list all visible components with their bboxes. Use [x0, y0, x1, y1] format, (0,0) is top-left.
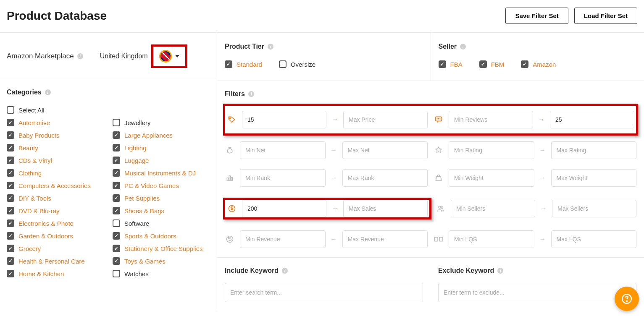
min-sellers-input[interactable]	[451, 200, 535, 217]
max-price-input[interactable]	[343, 111, 428, 128]
checkbox-label: Watches	[124, 270, 149, 277]
category-checkbox[interactable]: Software	[113, 217, 210, 230]
checkbox-label: Luggage	[124, 157, 149, 164]
min-sales-input[interactable]	[242, 200, 326, 217]
save-filter-set-button[interactable]: Save Filter Set	[505, 8, 568, 24]
checkbox-icon	[7, 182, 14, 189]
checkbox-icon	[7, 219, 14, 227]
category-checkbox[interactable]: Automotive	[7, 116, 104, 129]
category-checkbox[interactable]: Home & Kitchen	[7, 267, 104, 280]
svg-point-10	[441, 206, 443, 208]
category-checkbox[interactable]: Oversize	[279, 58, 315, 71]
category-checkbox[interactable]: DIY & Tools	[7, 192, 104, 204]
checkbox-icon	[439, 60, 446, 68]
exclude-keyword-input[interactable]	[438, 283, 636, 302]
category-checkbox[interactable]: DVD & Blu-ray	[7, 204, 104, 217]
select-all-label: Select All	[18, 107, 45, 114]
min-price-input[interactable]	[242, 111, 326, 128]
money-bag-icon	[225, 146, 235, 154]
arrow-right-icon: →	[539, 174, 546, 182]
highlight-sales: →	[223, 198, 431, 219]
category-checkbox[interactable]: Grocery	[7, 242, 104, 255]
min-reviews-input[interactable]	[449, 111, 533, 128]
category-checkbox[interactable]: Sports & Outdoors	[113, 230, 210, 242]
categories-section: Categories i Select All AutomotiveBaby P…	[0, 80, 217, 292]
min-rating-input[interactable]	[449, 141, 534, 159]
max-sellers-input[interactable]	[552, 200, 636, 217]
min-lqs-input[interactable]	[449, 230, 534, 248]
filters-title: Filters i	[225, 90, 254, 98]
help-fab-button[interactable]	[615, 287, 639, 311]
max-net-input[interactable]	[342, 141, 428, 159]
min-weight-input[interactable]	[449, 169, 534, 187]
max-weight-input[interactable]	[551, 169, 637, 187]
category-checkbox[interactable]: Large Appliances	[113, 129, 210, 141]
checkbox-label: Musical Instruments & DJ	[124, 170, 196, 177]
checkbox-icon	[7, 245, 14, 252]
include-keyword-title: Include Keyword i	[225, 267, 288, 274]
arrow-right-icon: →	[538, 116, 545, 123]
category-checkbox[interactable]: Amazon	[521, 58, 556, 71]
category-checkbox[interactable]: Luggage	[113, 154, 210, 167]
min-rank-input[interactable]	[240, 169, 326, 187]
category-checkbox[interactable]: CDs & Vinyl	[7, 154, 104, 167]
category-checkbox[interactable]: Computers & Accessories	[7, 179, 104, 192]
max-sales-input[interactable]	[343, 200, 428, 217]
category-checkbox[interactable]: Lighting	[113, 141, 210, 154]
category-checkbox[interactable]: Standard	[225, 58, 262, 71]
checkbox-icon	[7, 169, 14, 177]
category-checkbox[interactable]: FBA	[439, 58, 463, 71]
max-lqs-input[interactable]	[551, 230, 637, 248]
max-revenue-input[interactable]	[342, 230, 428, 248]
category-checkbox[interactable]: Clothing	[7, 167, 104, 179]
checkbox-label: Electronics & Photo	[18, 220, 74, 227]
max-reviews-input[interactable]	[550, 111, 634, 128]
marketplace-country-select[interactable]: United Kingdom	[100, 44, 187, 68]
category-checkbox[interactable]: Baby Products	[7, 129, 104, 141]
checkbox-icon	[113, 157, 120, 164]
checkbox-icon	[113, 119, 120, 126]
revenue-icon	[225, 235, 235, 243]
category-checkbox[interactable]: Beauty	[7, 141, 104, 154]
max-rank-input[interactable]	[342, 169, 428, 187]
category-checkbox[interactable]: Watches	[113, 267, 210, 280]
categories-col1: AutomotiveBaby ProductsBeautyCDs & Vinyl…	[7, 116, 104, 280]
info-icon: i	[77, 53, 83, 59]
category-checkbox[interactable]: Electronics & Photo	[7, 217, 104, 230]
checkbox-icon	[113, 245, 120, 252]
info-icon: i	[248, 91, 254, 97]
include-keyword-input[interactable]	[225, 283, 423, 302]
marketplace-label-text: Amazon Marketplace	[7, 52, 74, 60]
checkbox-label: Standard	[237, 61, 262, 68]
checkbox-icon	[7, 131, 14, 139]
svg-rect-13	[439, 237, 443, 241]
category-checkbox[interactable]: Stationery & Office Supplies	[113, 242, 210, 255]
seller-section: Seller i FBAFBMAmazon	[431, 33, 644, 81]
category-checkbox[interactable]: Toys & Games	[113, 255, 210, 267]
arrow-right-icon: →	[539, 146, 546, 154]
arrow-right-icon: →	[540, 205, 547, 212]
category-checkbox[interactable]: PC & Video Games	[113, 179, 210, 192]
category-checkbox[interactable]: FBM	[479, 58, 505, 71]
load-filter-set-button[interactable]: Load Filter Set	[574, 8, 637, 24]
checkbox-icon	[113, 207, 120, 214]
select-all-checkbox[interactable]: Select All	[7, 104, 210, 116]
category-checkbox[interactable]: Jewellery	[113, 116, 210, 129]
category-checkbox[interactable]: Health & Personal Care	[7, 255, 104, 267]
min-net-input[interactable]	[240, 141, 326, 159]
checkbox-icon	[113, 194, 120, 202]
category-checkbox[interactable]: Shoes & Bags	[113, 204, 210, 217]
info-icon: i	[460, 44, 466, 50]
info-icon: i	[497, 268, 503, 274]
checkbox-icon	[7, 144, 14, 151]
checkbox-icon	[225, 60, 232, 68]
checkbox-label: Home & Kitchen	[18, 270, 64, 277]
checkbox-label: Large Appliances	[124, 132, 173, 139]
category-checkbox[interactable]: Garden & Outdoors	[7, 230, 104, 242]
category-checkbox[interactable]: Pet Supplies	[113, 192, 210, 204]
category-checkbox[interactable]: Musical Instruments & DJ	[113, 167, 210, 179]
min-revenue-input[interactable]	[240, 230, 326, 248]
rank-icon	[225, 174, 235, 182]
categories-col2: JewelleryLarge AppliancesLightingLuggage…	[113, 116, 210, 280]
max-rating-input[interactable]	[551, 141, 637, 159]
